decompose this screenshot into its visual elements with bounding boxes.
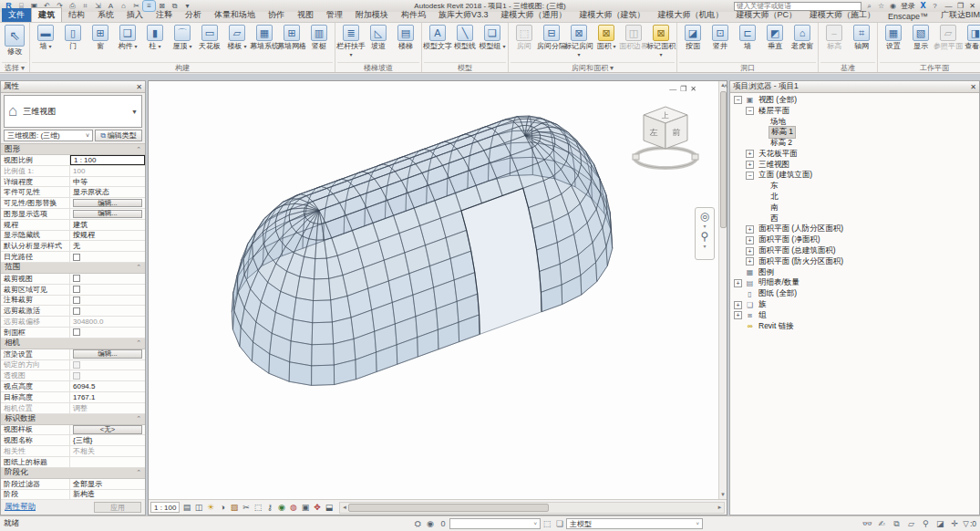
tree-item-视图 (全部)[interactable]: 视图 (全部) <box>757 95 799 106</box>
property-value[interactable]: 编辑... <box>70 198 145 208</box>
property-value[interactable] <box>70 296 145 306</box>
select-by-face-icon[interactable]: ◪ <box>934 519 946 528</box>
collapse-section-icon[interactable]: ⌃ <box>136 339 141 347</box>
worksharing-display-icon[interactable]: 👓 <box>861 519 873 528</box>
tab-结构[interactable]: 结构 <box>62 8 91 22</box>
tree-row[interactable]: +面积平面 (净面积) <box>730 234 979 245</box>
tree-item-西[interactable]: 西 <box>769 213 780 224</box>
tab-建筑[interactable]: 建筑 <box>31 7 62 22</box>
help-search-input[interactable] <box>734 2 861 11</box>
property-value[interactable]: 调整 <box>70 403 145 413</box>
view-restore-button[interactable]: ❐ <box>680 85 686 93</box>
tree-item-东[interactable]: 东 <box>769 181 780 192</box>
tree-row[interactable]: 西 <box>730 213 979 224</box>
select-underlay-icon[interactable]: ▱ <box>904 519 917 528</box>
property-value[interactable]: <无> <box>70 425 145 435</box>
tool-curtain-grid[interactable]: ⊞幕墙网格 <box>278 24 305 50</box>
tree-row[interactable]: −▣视图 (全部) <box>730 95 979 106</box>
show-crop-region-icon[interactable]: ⬚ <box>252 502 263 514</box>
restore-button[interactable]: ❐ <box>954 2 966 10</box>
tool-stair[interactable]: ▤楼梯 <box>392 24 419 50</box>
shadows-icon[interactable]: ◑ <box>216 502 228 514</box>
tool-wall[interactable]: ▬墙 ▾ <box>32 24 59 50</box>
tab-管理[interactable]: 管理 <box>320 8 349 22</box>
tool-wall-opening[interactable]: ⊏墙 <box>734 24 761 50</box>
property-value[interactable]: 按规程 <box>70 231 145 241</box>
property-value[interactable]: 全部显示 <box>70 479 145 489</box>
tab-Enscape™[interactable]: Enscape™ <box>882 11 934 22</box>
tool-component[interactable]: ❑构件 ▾ <box>114 24 141 50</box>
view-cube[interactable]: 上 左 前 <box>631 101 702 185</box>
horizontal-scrollbar[interactable]: ◄ ► <box>339 502 725 514</box>
temporary-hide-isolate-icon[interactable]: ◉ <box>275 502 287 514</box>
tab-体量和场地[interactable]: 体量和场地 <box>208 8 262 22</box>
tab-建模大师（建筑）[interactable]: 建模大师（建筑） <box>573 8 652 22</box>
tree-item-组[interactable]: 组 <box>757 310 769 321</box>
tree-row[interactable]: 北 <box>730 192 979 203</box>
tool-area[interactable]: ⊠面积 ▾ <box>593 24 620 50</box>
tool-curtain-system[interactable]: ▦幕墙系统 <box>251 24 278 50</box>
tool-model-group[interactable]: ❏模型组 ▾ <box>479 24 506 50</box>
checkbox[interactable] <box>73 307 80 315</box>
properties-help-link[interactable]: 属性帮助 <box>5 502 36 513</box>
tree-item-天花板平面[interactable]: 天花板平面 <box>757 149 799 160</box>
tab-注释[interactable]: 注释 <box>150 8 179 22</box>
tool-shaft-opening[interactable]: ⊡竖井 <box>707 24 734 50</box>
tree-item-面积平面 (防火分区面积)[interactable]: 面积平面 (防火分区面积) <box>757 256 845 267</box>
reveal-constraints-icon[interactable]: ✥ <box>311 502 323 514</box>
select-pinned-icon[interactable]: ⚲ <box>919 519 932 528</box>
scroll-down-icon[interactable]: ▼ <box>720 491 726 499</box>
tool-floor[interactable]: ▱楼板 ▾ <box>223 24 251 50</box>
property-value[interactable]: 编辑... <box>70 349 145 359</box>
property-section-阶段化[interactable]: 阶段化⌃ <box>1 468 145 479</box>
collapse-icon[interactable]: − <box>746 172 754 180</box>
property-value[interactable] <box>70 306 145 316</box>
tree-item-图纸 (全部)[interactable]: 图纸 (全部) <box>757 288 799 299</box>
tree-item-图例[interactable]: 图例 <box>757 267 776 278</box>
tab-分析[interactable]: 分析 <box>179 8 208 22</box>
worksets-icon[interactable]: ⛭ <box>411 519 424 529</box>
checkbox[interactable] <box>73 328 80 336</box>
tool-vertical-opening[interactable]: ◩垂直 <box>761 24 789 50</box>
tool-window[interactable]: ⊞窗 <box>87 24 114 50</box>
tool-mullion[interactable]: ▥竖梃 <box>305 24 333 50</box>
expand-icon[interactable]: + <box>746 225 754 234</box>
view-minimize-button[interactable]: — <box>669 85 676 93</box>
tree-row[interactable]: 场地 <box>730 117 979 128</box>
expand-icon[interactable]: + <box>746 150 754 158</box>
close-button[interactable]: ✕ <box>966 2 978 10</box>
view-scale-button[interactable]: 1 : 100 <box>150 502 180 513</box>
tool-model-line[interactable]: ╲模型线 <box>451 24 479 50</box>
tree-item-立面 (建筑立面)[interactable]: 立面 (建筑立面) <box>757 170 814 181</box>
expand-icon[interactable]: + <box>746 236 754 245</box>
tab-构件坞[interactable]: 构件坞 <box>395 8 432 22</box>
displacement-sets-icon[interactable]: ⬓ <box>323 502 335 514</box>
collapse-section-icon[interactable]: ⌃ <box>136 264 141 271</box>
tool-show-work-plane[interactable]: ▧显示 <box>907 24 934 50</box>
visual-style-icon[interactable]: ◫ <box>192 502 204 514</box>
signin-label[interactable]: 登录 <box>901 1 915 11</box>
tool-opening-by-face[interactable]: ◪按面 <box>679 24 707 50</box>
edit-type-button[interactable]: ⧉ 编辑类型 <box>95 130 142 141</box>
tool-tag-area[interactable]: ⊠标记面积 ▾ <box>647 24 675 58</box>
property-section-范围[interactable]: 范围⌃ <box>1 263 145 274</box>
minimize-button[interactable]: — <box>943 2 954 10</box>
tree-row[interactable]: +面积平面 (总建筑面积) <box>730 245 979 256</box>
filter-button[interactable]: ▽:0 <box>963 519 976 528</box>
view-close-button[interactable]: ✕ <box>690 85 696 93</box>
properties-close-icon[interactable]: ✕ <box>136 83 142 91</box>
design-options-icon[interactable]: ❏ <box>553 519 566 528</box>
tab-系统[interactable]: 系统 <box>91 8 120 22</box>
expand-icon[interactable]: + <box>734 311 742 319</box>
tree-row[interactable]: −楼层平面 <box>730 106 979 117</box>
checkbox[interactable] <box>73 254 80 261</box>
rendering-dialog-icon[interactable]: ▨ <box>228 502 240 514</box>
chevron-down-icon[interactable]: ▾ <box>703 224 706 229</box>
vertical-scrollbar[interactable]: ▲ ▼ <box>718 81 727 499</box>
detail-level-icon[interactable]: ▤ <box>181 502 192 514</box>
worksets-combo[interactable]: ˅ <box>449 518 541 529</box>
tree-row[interactable]: +▤明细表/数量 <box>730 278 979 289</box>
tab-协作[interactable]: 协作 <box>262 8 291 22</box>
signin-person-icon[interactable]: ◉ <box>888 2 898 11</box>
property-value[interactable] <box>70 457 145 467</box>
